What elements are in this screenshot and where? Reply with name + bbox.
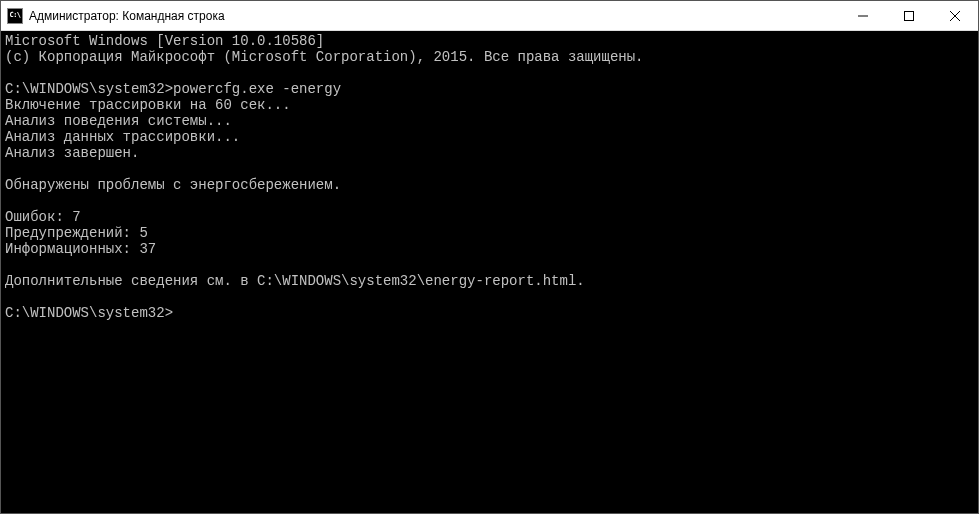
terminal-line — [5, 161, 974, 177]
window: C:\ Администратор: Командная строка Micr… — [0, 0, 979, 514]
terminal-output[interactable]: Microsoft Windows [Version 10.0.10586](c… — [1, 31, 978, 513]
terminal-line: (c) Корпорация Майкрософт (Microsoft Cor… — [5, 49, 974, 65]
terminal-line: Microsoft Windows [Version 10.0.10586] — [5, 33, 974, 49]
titlebar[interactable]: C:\ Администратор: Командная строка — [1, 1, 978, 31]
terminal-line — [5, 65, 974, 81]
terminal-line: Предупреждений: 5 — [5, 225, 974, 241]
close-button[interactable] — [932, 1, 978, 30]
terminal-line — [5, 193, 974, 209]
terminal-line — [5, 257, 974, 273]
terminal-line: Дополнительные сведения см. в C:\WINDOWS… — [5, 273, 974, 289]
cmd-icon: C:\ — [7, 8, 23, 24]
terminal-line: Включение трассировки на 60 сек... — [5, 97, 974, 113]
minimize-button[interactable] — [840, 1, 886, 30]
terminal-line: Ошибок: 7 — [5, 209, 974, 225]
terminal-line — [5, 289, 974, 305]
minimize-icon — [858, 11, 868, 21]
terminal-line: Анализ поведения системы... — [5, 113, 974, 129]
terminal-line: Анализ завершен. — [5, 145, 974, 161]
window-controls — [840, 1, 978, 30]
close-icon — [950, 11, 960, 21]
window-title: Администратор: Командная строка — [29, 9, 840, 23]
terminal-line: C:\WINDOWS\system32> — [5, 305, 974, 321]
terminal-line: Информационных: 37 — [5, 241, 974, 257]
maximize-icon — [904, 11, 914, 21]
terminal-line: Анализ данных трассировки... — [5, 129, 974, 145]
svg-rect-1 — [905, 11, 914, 20]
cmd-icon-text: C:\ — [9, 12, 20, 19]
terminal-line: Обнаружены проблемы с энергосбережением. — [5, 177, 974, 193]
maximize-button[interactable] — [886, 1, 932, 30]
terminal-line: C:\WINDOWS\system32>powercfg.exe -energy — [5, 81, 974, 97]
